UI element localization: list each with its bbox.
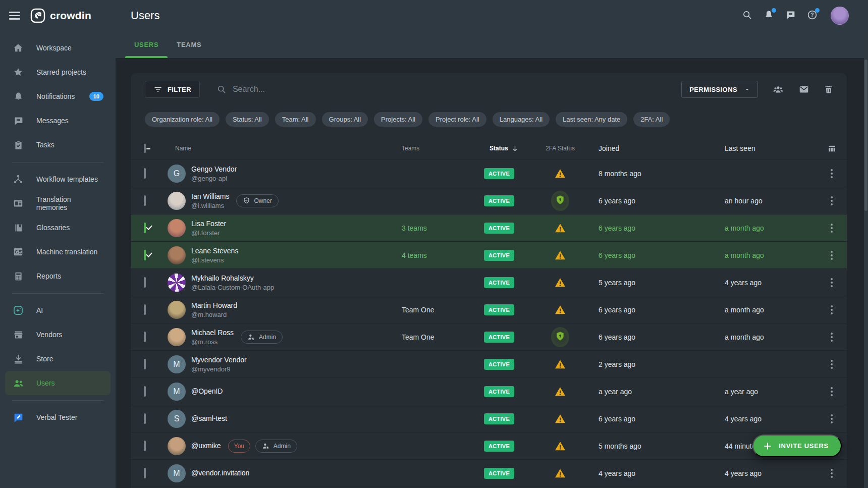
user-name[interactable]: @uxmike (191, 442, 221, 450)
row-menu-kebab-icon[interactable] (828, 385, 836, 398)
sidebar-item-vendors[interactable]: Vendors (5, 322, 111, 347)
row-checkbox[interactable] (144, 277, 146, 288)
row-checkbox[interactable] (144, 441, 146, 451)
sidebar-item-glossaries[interactable]: Glossaries (5, 215, 111, 240)
permissions-dropdown[interactable]: PERMISSIONS (681, 81, 758, 98)
row-menu-kebab-icon[interactable] (828, 249, 836, 262)
filter-chip[interactable]: 2FA: All (633, 112, 670, 127)
filter-chip[interactable]: Last seen: Any date (556, 112, 627, 127)
column-header-status[interactable]: Status (484, 145, 537, 152)
row-checkbox[interactable] (144, 223, 146, 233)
sidebar-item-verbal-tester[interactable]: Verbal Tester (5, 405, 111, 429)
sidebar-item-tasks[interactable]: Tasks (5, 133, 111, 157)
notifications-icon[interactable] (764, 10, 774, 22)
scrollbar-thumb[interactable] (864, 60, 867, 211)
search-icon[interactable] (742, 10, 752, 22)
last-seen-cell: 4 years ago (699, 469, 817, 477)
email-icon[interactable] (798, 84, 809, 95)
glossary-icon (12, 223, 24, 233)
user-name[interactable]: Martin Howard (191, 301, 237, 310)
user-name[interactable]: Leane Stevens (191, 247, 238, 255)
user-name[interactable]: @OpenID (191, 387, 223, 396)
sidebar-item-store[interactable]: Store (5, 347, 111, 371)
filter-chip[interactable]: Status: All (226, 112, 269, 127)
column-header-last-seen[interactable]: Last seen (699, 144, 817, 152)
row-checkbox[interactable] (144, 386, 146, 397)
row-checkbox[interactable] (144, 195, 146, 206)
sidebar-item-reports[interactable]: Reports (5, 264, 111, 288)
row-checkbox[interactable] (144, 304, 146, 315)
chevron-down-icon (744, 87, 750, 92)
row-menu-kebab-icon[interactable] (828, 412, 836, 425)
row-checkbox[interactable] (144, 250, 146, 260)
groups-icon[interactable] (772, 83, 784, 95)
select-all-checkbox[interactable] (144, 144, 146, 153)
column-settings-icon[interactable] (817, 144, 847, 153)
column-header-2fa[interactable]: 2FA Status (537, 145, 583, 152)
user-name[interactable]: Gengo Vendor (191, 165, 237, 174)
column-header-teams[interactable]: Teams (402, 145, 484, 152)
column-header-joined[interactable]: Joined (583, 144, 699, 152)
sidebar-item-ai[interactable]: AI (5, 298, 111, 322)
tab-users[interactable]: USERS (125, 31, 168, 58)
profile-avatar[interactable] (831, 7, 849, 25)
twofa-warning-icon (554, 168, 566, 180)
filter-chip[interactable]: Project role: All (428, 112, 486, 127)
row-menu-kebab-icon[interactable] (828, 222, 836, 235)
row-menu-kebab-icon[interactable] (828, 276, 836, 289)
search-input[interactable] (233, 85, 394, 94)
row-checkbox[interactable] (144, 359, 146, 369)
filter-chip[interactable]: Organization role: All (145, 112, 220, 127)
user-badges: Admin (241, 331, 283, 344)
row-menu-kebab-icon[interactable] (828, 467, 836, 480)
sidebar-item-workflow-templates[interactable]: Workflow templates (5, 167, 111, 191)
row-checkbox[interactable] (144, 468, 146, 478)
mt-icon: G (12, 246, 24, 257)
sidebar-header: crowdin (0, 0, 116, 31)
column-header-name[interactable]: Name (161, 145, 402, 152)
toolbar-actions: PERMISSIONS (681, 81, 834, 98)
scrollbar[interactable] (864, 31, 868, 488)
help-icon[interactable]: ? (807, 10, 818, 22)
last-seen-cell: a month ago (699, 251, 817, 259)
sidebar-item-messages[interactable]: Messages (5, 109, 111, 133)
filter-chip[interactable]: Languages: All (493, 112, 550, 127)
filter-chip[interactable]: Groups: All (322, 112, 368, 127)
sidebar-item-workspace[interactable]: Workspace (5, 36, 111, 60)
row-menu-kebab-icon[interactable] (828, 358, 836, 371)
sidebar-item-machine-translation[interactable]: GMachine translation (5, 240, 111, 264)
row-menu-kebab-icon[interactable] (828, 167, 836, 180)
user-name[interactable]: @vendor.invitation (191, 469, 249, 477)
row-menu-kebab-icon[interactable] (828, 331, 836, 344)
table-header: Name Teams Status 2FA Status Joined Last… (131, 137, 847, 159)
sidebar-item-starred-projects[interactable]: Starred projects (5, 60, 111, 84)
filter-button[interactable]: FILTER (145, 81, 200, 98)
row-menu-kebab-icon[interactable] (828, 194, 836, 207)
sidebar-item-users[interactable]: Users (5, 371, 111, 395)
brand-logo[interactable]: crowdin (30, 8, 91, 23)
sidebar-item-notifications[interactable]: Notifications10 (5, 84, 111, 109)
user-name[interactable]: Lisa Foster (191, 220, 226, 228)
row-checkbox[interactable] (144, 413, 146, 424)
delete-icon[interactable] (824, 84, 834, 94)
filter-chip[interactable]: Team: All (275, 112, 316, 127)
user-name[interactable]: Myvendor Vendor (191, 356, 247, 364)
teams-cell[interactable]: 4 teams (402, 251, 427, 259)
row-menu-kebab-icon[interactable] (828, 303, 836, 316)
sidebar-item-translation-memories[interactable]: Translation memories (5, 191, 111, 215)
status-badge: ACTIVE (484, 468, 514, 479)
invite-users-button[interactable]: INVITE USERS (752, 435, 842, 457)
filter-chip[interactable]: Projects: All (374, 112, 422, 127)
user-name[interactable]: Michael Ross (191, 329, 234, 337)
user-name[interactable]: @saml-test (191, 414, 227, 423)
messages-icon[interactable] (785, 10, 796, 22)
user-name[interactable]: Mykhailo Rohalskyy (191, 274, 274, 283)
tab-teams[interactable]: TEAMS (168, 31, 210, 58)
message-icon (12, 116, 24, 126)
row-checkbox[interactable] (144, 168, 146, 179)
teams-cell[interactable]: 3 teams (402, 224, 427, 232)
filter-funnel-icon (153, 85, 162, 94)
row-checkbox[interactable] (144, 332, 146, 342)
hamburger-menu-icon[interactable] (9, 12, 20, 20)
user-name[interactable]: Ian Williams (191, 192, 229, 201)
